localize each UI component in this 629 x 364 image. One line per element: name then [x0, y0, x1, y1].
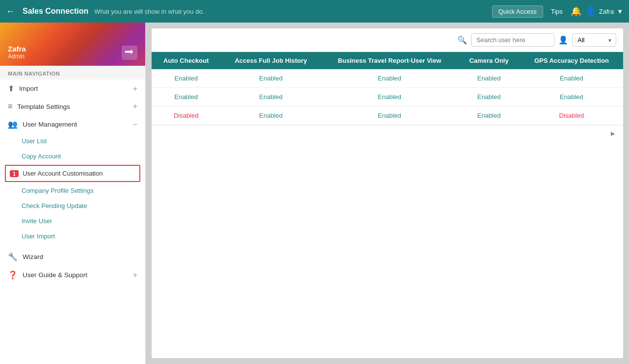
table-cell: Enabled	[321, 88, 458, 106]
col-camera-only: Camera Only	[458, 52, 520, 69]
sidebar-item-wizard[interactable]: 🔧 Wizard	[0, 248, 145, 266]
sidebar-subitem-copy-account[interactable]: Copy Account	[0, 149, 145, 164]
sidebar-subitem-invite-user[interactable]: Invite User	[0, 213, 145, 229]
search-input[interactable]	[471, 33, 554, 47]
table-row: EnabledEnabledEnabledEnabledEnabled	[152, 69, 623, 88]
table-cell: Disabled	[520, 106, 623, 125]
user-guide-icon: ❓	[8, 270, 18, 280]
active-badge: 1	[10, 170, 19, 177]
table-cell: Disabled	[152, 106, 221, 125]
sidebar-subitem-active-wrapper: 1 User Account Customisation	[0, 164, 145, 183]
table-cell: Enabled	[221, 106, 321, 125]
table-footer: ►	[152, 125, 623, 141]
col-business-travel-report: Business Travel Report-User View	[321, 52, 458, 69]
sidebar-item-import-label: Import	[19, 85, 128, 92]
col-access-full-job-history: Access Full Job History	[221, 52, 321, 69]
sidebar-item-import[interactable]: ⬆ Import +	[0, 79, 145, 98]
sidebar-subitem-user-account-customisation-label: User Account Customisation	[23, 170, 103, 177]
tips-button[interactable]: Tips	[547, 6, 567, 17]
table-cell: Enabled	[221, 69, 321, 88]
import-icon: ⬆	[8, 84, 14, 93]
user-guide-expand-icon: +	[133, 271, 137, 280]
nav-section-label: MAIN NAVIGATION	[0, 66, 145, 79]
sidebar-item-template-settings[interactable]: ≡ Template Settings +	[0, 98, 145, 115]
table-cell: Enabled	[520, 69, 623, 88]
sidebar-role: Admin	[8, 53, 26, 60]
bell-icon[interactable]: 🔔	[571, 6, 581, 17]
table-header-row: Auto Checkout Access Full Job History Bu…	[152, 52, 623, 69]
layout: Zafra Admin ⮕ MAIN NAVIGATION ⬆ Import +…	[0, 23, 629, 364]
template-settings-expand-icon: +	[133, 102, 137, 111]
sidebar-subitem-company-profile-settings[interactable]: Company Profile Settings	[0, 183, 145, 198]
filter-select-wrap: All Active Inactive	[572, 33, 616, 47]
user-management-icon: 👥	[8, 120, 18, 129]
table-cell: Enabled	[520, 88, 623, 106]
app-subtitle: What you are will show in what you do.	[94, 8, 486, 15]
user-management-collapse-icon: −	[133, 120, 137, 129]
table-cell: Enabled	[458, 106, 520, 125]
top-nav: ← Sales Connection What you are will sho…	[0, 0, 629, 23]
app-title: Sales Connection	[23, 7, 88, 16]
table-wrapper: 🔍 👤 All Active Inactive Auto Checkou	[152, 28, 623, 358]
table-cell: Enabled	[152, 88, 221, 106]
user-menu[interactable]: 👤 Zafra ▼	[585, 6, 623, 17]
table-cell: Enabled	[458, 69, 520, 88]
sidebar-item-user-guide-support-label: User Guide & Support	[23, 271, 128, 279]
person-filter-icon: 👤	[558, 35, 568, 45]
sidebar-logout-button[interactable]: ⮕	[122, 46, 137, 60]
sidebar-header: Zafra Admin ⮕	[0, 23, 145, 66]
main-content: 🔍 👤 All Active Inactive Auto Checkou	[146, 23, 629, 364]
table-row: DisabledEnabledEnabledEnabledDisabled	[152, 106, 623, 125]
table-cell: Enabled	[321, 106, 458, 125]
topnav-right: Quick Access Tips 🔔 👤 Zafra ▼	[492, 5, 623, 18]
template-settings-icon: ≡	[8, 102, 12, 111]
sidebar-subitem-user-account-customisation[interactable]: 1 User Account Customisation	[5, 165, 140, 182]
search-icon: 🔍	[457, 35, 467, 45]
sidebar-item-user-guide-support[interactable]: ❓ User Guide & Support +	[0, 266, 145, 284]
sidebar-item-user-management-label: User Management	[23, 121, 128, 128]
scroll-right-icon: ►	[609, 130, 616, 137]
sidebar-item-template-settings-label: Template Settings	[17, 103, 128, 110]
sidebar-user-info: Zafra Admin	[8, 45, 26, 60]
import-expand-icon: +	[133, 84, 137, 93]
col-auto-checkout: Auto Checkout	[152, 52, 221, 69]
topnav-chevron: ▼	[617, 8, 623, 15]
sidebar-subitem-check-pending-update[interactable]: Check Pending Update	[0, 198, 145, 213]
wizard-icon: 🔧	[8, 252, 18, 261]
col-gps-accuracy: GPS Accuracy Detection	[520, 52, 623, 69]
table-container: Auto Checkout Access Full Job History Bu…	[152, 52, 623, 141]
table-toolbar: 🔍 👤 All Active Inactive	[152, 28, 623, 52]
table-cell: Enabled	[321, 69, 458, 88]
sidebar-subitem-user-list[interactable]: User List	[0, 133, 145, 149]
sidebar: Zafra Admin ⮕ MAIN NAVIGATION ⬆ Import +…	[0, 23, 146, 364]
topnav-username: Zafra	[599, 8, 614, 15]
sidebar-item-wizard-label: Wizard	[23, 253, 137, 260]
sidebar-username: Zafra	[8, 45, 26, 53]
table-row: EnabledEnabledEnabledEnabledEnabled	[152, 88, 623, 106]
table-cell: Enabled	[221, 88, 321, 106]
user-table: Auto Checkout Access Full Job History Bu…	[152, 52, 623, 125]
sidebar-subitem-user-import[interactable]: User Import	[0, 229, 145, 244]
user-avatar-icon: 👤	[585, 6, 596, 17]
quick-access-button[interactable]: Quick Access	[492, 5, 543, 18]
table-cell: Enabled	[458, 88, 520, 106]
back-button[interactable]: ←	[6, 6, 15, 17]
filter-select[interactable]: All Active Inactive	[572, 33, 616, 47]
table-cell: Enabled	[152, 69, 221, 88]
sidebar-item-user-management[interactable]: 👥 User Management −	[0, 115, 145, 133]
